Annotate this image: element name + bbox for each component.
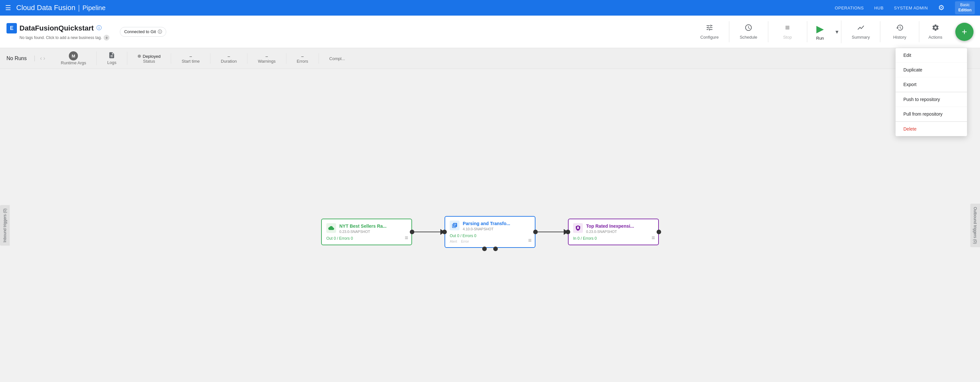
run-dropdown-button[interactable]: ▾ (833, 25, 841, 38)
error-label: Error (461, 239, 469, 243)
actions-label: Actions (928, 35, 942, 40)
dropdown-item-pull[interactable]: Pull from repository (896, 107, 967, 121)
history-button[interactable]: History (880, 21, 919, 42)
node-source-version: 0.23.0-SNAPSHOT (339, 230, 387, 234)
pipeline-canvas: NYT Best Sellers Ra... 0.23.0-SNAPSHOT O… (0, 69, 980, 382)
runtime-args-icon[interactable]: M (69, 51, 78, 60)
run-nav: ‹ › (40, 55, 45, 62)
pipeline-logo-icon: E (6, 23, 17, 33)
configure-button[interactable]: Configure (690, 21, 729, 42)
configure-label: Configure (700, 35, 719, 40)
run-col-logs: Logs (97, 52, 127, 65)
node-sink-header: Top Rated Inexpensi... 0.23.0-SNAPSHOT (573, 223, 654, 234)
delete-label: Delete (904, 126, 916, 132)
run-col-status: Deployed Status (127, 53, 172, 64)
node-sink-icon-box (573, 223, 583, 233)
inbound-triggers-tab[interactable]: Inbound triggers (0) (0, 205, 10, 246)
connector-1 (412, 232, 445, 232)
node-transform-version: 4.10.0-SNAPSHOT (463, 227, 510, 231)
pipeline-flow: NYT Best Sellers Ra... 0.23.0-SNAPSHOT O… (321, 216, 659, 248)
start-time-label: Start time (181, 59, 200, 64)
actions-gear-icon (932, 24, 939, 33)
run-bar-label: No Runs (6, 56, 35, 61)
pipeline-node-source[interactable]: NYT Best Sellers Ra... 0.23.0-SNAPSHOT O… (321, 219, 412, 245)
nav-link-operations[interactable]: OPERATIONS (835, 6, 864, 10)
run-col-runtime-args: M Runtime Args (50, 51, 97, 65)
run-col-duration: – Duration (210, 53, 247, 64)
top-nav-right: OPERATIONS HUB SYSTEM ADMIN ⚙ Basic Edit… (835, 1, 975, 14)
pipeline-node-transform[interactable]: Parsing and Transfo... 4.10.0-SNAPSHOT O… (445, 216, 535, 248)
summary-label: Summary (852, 35, 870, 40)
dropdown-item-duplicate[interactable]: Duplicate (896, 63, 967, 77)
node-source-name: NYT Best Sellers Ra... (339, 223, 387, 229)
alert-label: Alert (450, 239, 457, 243)
nav-link-hub[interactable]: HUB (874, 6, 883, 10)
run-nav-next[interactable]: › (43, 55, 45, 62)
node-transform-name: Parsing and Transfo... (463, 221, 510, 226)
run-nav-prev[interactable]: ‹ (40, 55, 42, 62)
node-sink-stats: In 0 / Errors 0 (573, 236, 654, 241)
nav-link-system-admin[interactable]: SYSTEM ADMIN (894, 6, 928, 10)
warnings-value: – (266, 54, 268, 59)
fab-button[interactable]: + (955, 23, 974, 41)
settings-icon[interactable]: ⚙ (938, 3, 945, 12)
transform-left-dot (442, 230, 447, 234)
pipeline-tags: No tags found. Click to add a new busine… (6, 35, 110, 41)
run-button[interactable]: ▶ Run (807, 21, 833, 43)
duplicate-label: Duplicate (904, 67, 922, 72)
node-transform-stats: Out 0 / Errors 0 (450, 234, 530, 238)
pipeline-name: DataFusionQuickstart (19, 24, 94, 32)
outbound-triggers-label: Outbound triggers (0) (973, 207, 977, 244)
status-label: Status (143, 59, 155, 64)
logs-icon (108, 52, 115, 60)
actions-button[interactable]: Actions (919, 21, 951, 42)
pipeline-info: E DataFusionQuickstart ⓘ No tags found. … (6, 23, 110, 41)
export-label: Export (904, 82, 916, 87)
stop-button[interactable]: Stop (768, 21, 807, 42)
git-badge-text: Connected to Git (124, 29, 156, 34)
summary-button[interactable]: Summary (842, 21, 880, 42)
schedule-button[interactable]: Schedule (729, 21, 768, 42)
sink-left-dot (566, 230, 570, 234)
source-right-dot (410, 230, 414, 234)
git-badge[interactable]: Connected to Git ⓘ (120, 27, 166, 37)
node-transform-menu[interactable]: ≡ (528, 237, 531, 244)
node-transform-wrapper: Parsing and Transfo... 4.10.0-SNAPSHOT O… (445, 216, 535, 248)
dropdown-item-delete[interactable]: Delete (896, 122, 967, 136)
stop-icon (784, 24, 791, 33)
top-nav: ☰ Cloud Data Fusion | Pipeline OPERATION… (0, 0, 980, 16)
node-transform-header: Parsing and Transfo... 4.10.0-SNAPSHOT (450, 221, 530, 231)
pipeline-node-sink[interactable]: Top Rated Inexpensi... 0.23.0-SNAPSHOT I… (568, 219, 659, 245)
node-source-menu[interactable]: ≡ (405, 234, 408, 241)
history-label: History (893, 35, 906, 40)
transform-bottom-dot-1 (482, 247, 487, 251)
run-bar: No Runs ‹ › M Runtime Args Logs Deployed… (0, 48, 980, 69)
pipeline-name-row: E DataFusionQuickstart ⓘ (6, 23, 110, 33)
dropdown-item-edit[interactable]: Edit (896, 48, 967, 63)
hamburger-icon[interactable]: ☰ (5, 4, 11, 12)
warnings-label: Warnings (258, 59, 275, 64)
node-sink-menu[interactable]: ≡ (651, 234, 655, 241)
toolbar: Configure Schedule Stop ▶ Run ▾ (690, 21, 974, 43)
dropdown-item-export[interactable]: Export (896, 77, 967, 92)
stop-label: Stop (783, 35, 792, 40)
push-label: Push to repository (904, 97, 940, 102)
edition-line2: Edition (958, 8, 972, 13)
run-col-errors: – Errors (286, 53, 319, 64)
edit-label: Edit (904, 53, 911, 58)
status-dot (138, 54, 141, 58)
dropdown-item-push[interactable]: Push to repository (896, 92, 967, 107)
pull-label: Pull from repository (904, 111, 943, 116)
duration-label: Duration (221, 59, 237, 64)
outbound-triggers-tab[interactable]: Outbound triggers (0) (970, 204, 980, 247)
errors-value: – (301, 54, 304, 59)
run-col-compl: Compl... (319, 56, 355, 61)
pipeline-info-icon[interactable]: ⓘ (97, 25, 102, 32)
summary-icon (857, 24, 865, 33)
add-tag-button[interactable]: + (103, 35, 110, 41)
inbound-triggers-label: Inbound triggers (0) (3, 209, 7, 243)
brand-divider: | (78, 3, 80, 12)
run-label: Run (816, 36, 824, 41)
actions-dropdown-menu: Edit Duplicate Export Push to repository… (896, 48, 967, 136)
status-value: Deployed (138, 54, 161, 59)
